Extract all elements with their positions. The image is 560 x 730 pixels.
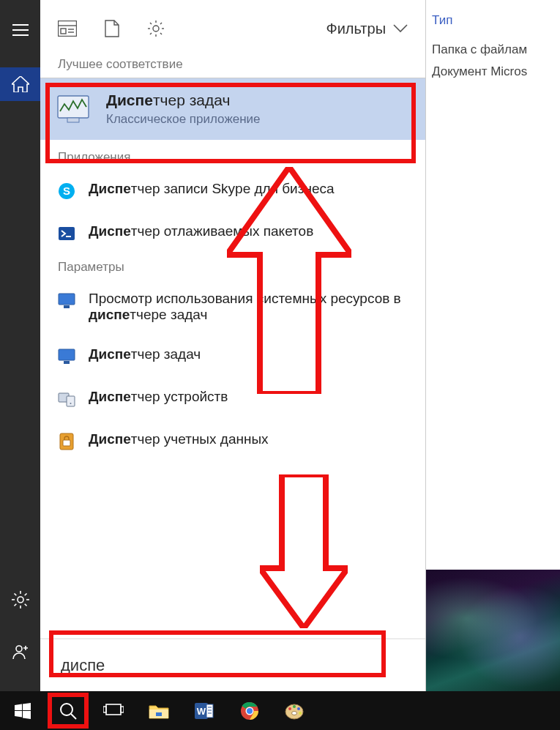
- search-input[interactable]: [61, 656, 405, 675]
- file-explorer-taskbar[interactable]: [136, 691, 182, 730]
- word-icon: W: [195, 701, 214, 720]
- document-icon: [105, 20, 119, 37]
- paint-icon: [285, 702, 305, 720]
- svg-point-57: [293, 705, 296, 708]
- windows-icon: [15, 703, 31, 719]
- result-text: Диспетчер учетных данных: [89, 431, 269, 447]
- svg-point-38: [61, 704, 72, 715]
- svg-rect-31: [59, 349, 75, 360]
- svg-line-6: [24, 604, 26, 606]
- settings-rail-button[interactable]: [0, 583, 40, 617]
- menu-icon: [12, 24, 29, 36]
- svg-line-22: [160, 23, 162, 24]
- explorer-cell[interactable]: Папка с файлам: [432, 42, 556, 57]
- gear-icon: [147, 20, 165, 37]
- apps-result-list: S Диспетчер записи Skype для бизнеса Дис…: [40, 166, 425, 254]
- hamburger-menu-button[interactable]: [0, 13, 40, 47]
- svg-point-53: [247, 708, 253, 714]
- result-text: Диспетчер записи Skype для бизнеса: [89, 181, 335, 197]
- svg-line-23: [150, 33, 152, 34]
- svg-line-8: [14, 604, 16, 606]
- section-apps: Приложения: [40, 150, 425, 166]
- search-input-area[interactable]: [40, 638, 425, 691]
- result-text: Диспетчер устройств: [89, 389, 228, 405]
- cortana-left-rail: [0, 0, 40, 691]
- task-manager-icon: [56, 92, 90, 126]
- best-match-title: Диспетчер задач: [106, 92, 261, 109]
- svg-rect-44: [156, 712, 162, 716]
- gear-icon: [12, 591, 29, 608]
- desktop-wallpaper: [426, 570, 560, 691]
- settings-result-list: Просмотр использования системных ресурсо…: [40, 276, 425, 462]
- svg-point-58: [297, 707, 300, 710]
- search-panel-header: Фильтры: [40, 0, 425, 57]
- svg-rect-32: [64, 361, 70, 364]
- best-match-subtitle: Классическое приложение: [106, 112, 261, 127]
- svg-point-35: [70, 403, 72, 404]
- setting-result-resources[interactable]: Просмотр использования системных ресурсо…: [40, 283, 425, 330]
- search-icon: [59, 702, 77, 720]
- setting-result-credential-manager[interactable]: Диспетчер учетных данных: [40, 424, 425, 458]
- paint-taskbar[interactable]: [272, 691, 318, 730]
- result-text: Диспетчер отлаживаемых пакетов: [89, 223, 313, 239]
- svg-point-59: [299, 712, 302, 715]
- home-icon: [12, 76, 29, 92]
- app-result-skype[interactable]: S Диспетчер записи Skype для бизнеса: [40, 174, 425, 207]
- cortana-search-panel: Фильтры Лучшее соответствие Диспетчер за…: [40, 0, 426, 691]
- svg-text:S: S: [63, 185, 70, 197]
- svg-line-7: [24, 594, 26, 596]
- svg-point-9: [16, 646, 22, 652]
- svg-point-0: [18, 597, 23, 603]
- result-text: Диспетчер задач: [89, 346, 201, 362]
- svg-rect-30: [64, 305, 70, 308]
- svg-point-55: [292, 711, 297, 715]
- svg-line-5: [14, 594, 16, 596]
- apps-filter-button[interactable]: [58, 21, 77, 37]
- news-icon: [58, 21, 77, 37]
- person-icon: [12, 644, 29, 660]
- chevron-down-icon: [393, 24, 408, 33]
- explorer-cell[interactable]: Документ Micros: [432, 64, 556, 79]
- powershell-icon: [58, 225, 75, 242]
- skype-icon: S: [58, 182, 75, 200]
- svg-point-56: [288, 707, 291, 710]
- cortana-search-button[interactable]: [45, 691, 91, 730]
- section-best-match: Лучшее соответствие: [40, 57, 425, 78]
- svg-rect-47: [206, 704, 213, 718]
- folder-icon: [149, 703, 169, 719]
- svg-rect-42: [121, 707, 124, 712]
- task-view-button[interactable]: [91, 691, 136, 730]
- best-match-result[interactable]: Диспетчер задач Классическое приложение: [40, 78, 425, 140]
- section-settings: Параметры: [40, 260, 425, 276]
- svg-rect-28: [59, 227, 75, 240]
- setting-result-taskmgr[interactable]: Диспетчер задач: [40, 339, 425, 373]
- credentials-icon: [58, 433, 75, 450]
- devices-icon: [58, 390, 75, 408]
- settings-filter-button[interactable]: [147, 20, 165, 37]
- chrome-taskbar[interactable]: [227, 691, 272, 730]
- setting-result-device-manager[interactable]: Диспетчер устройств: [40, 381, 425, 415]
- svg-rect-34: [67, 396, 75, 406]
- documents-filter-button[interactable]: [105, 20, 119, 37]
- svg-rect-25: [67, 118, 79, 122]
- task-view-icon: [103, 704, 124, 718]
- svg-rect-29: [59, 294, 75, 305]
- word-taskbar[interactable]: W: [182, 691, 227, 730]
- filters-dropdown[interactable]: Фильтры: [326, 21, 408, 37]
- svg-text:W: W: [197, 706, 206, 717]
- filters-label: Фильтры: [326, 21, 386, 37]
- taskbar: W: [0, 691, 560, 730]
- svg-rect-12: [61, 29, 66, 34]
- monitor-icon: [58, 292, 75, 310]
- svg-rect-40: [106, 704, 121, 715]
- explorer-column-header[interactable]: Тип: [432, 13, 556, 28]
- start-button[interactable]: [0, 691, 45, 730]
- svg-rect-41: [103, 707, 106, 712]
- home-button[interactable]: [0, 67, 40, 101]
- app-result-powershell[interactable]: Диспетчер отлаживаемых пакетов: [40, 216, 425, 250]
- feedback-rail-button[interactable]: [0, 636, 40, 669]
- monitor-icon: [58, 348, 75, 365]
- result-text: Просмотр использования системных ресурсо…: [89, 291, 408, 323]
- svg-line-39: [71, 714, 76, 719]
- svg-line-21: [160, 33, 162, 34]
